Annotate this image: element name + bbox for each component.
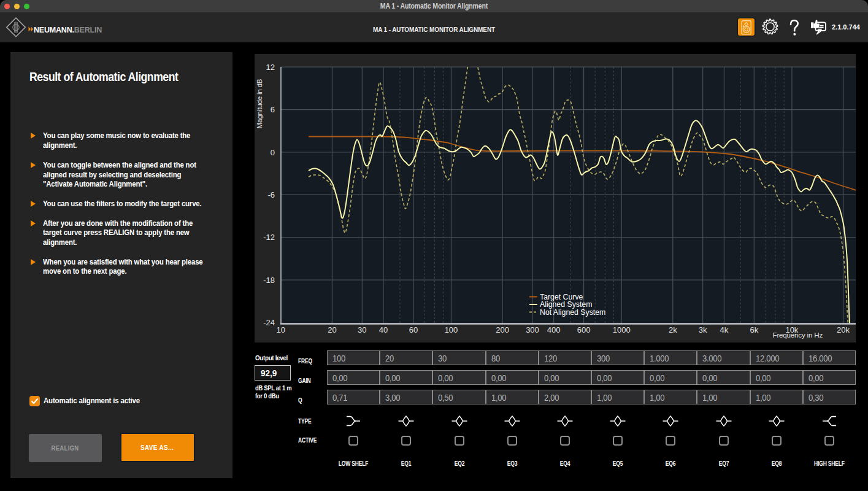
svg-text:400: 400 (547, 325, 561, 334)
svg-text:10: 10 (277, 325, 285, 334)
svg-text:4k: 4k (720, 325, 729, 334)
svg-text:600: 600 (577, 325, 591, 334)
svg-text:1000: 1000 (613, 325, 631, 334)
svg-text:-24: -24 (263, 318, 275, 327)
svg-text:0: 0 (271, 148, 275, 157)
svg-text:2k: 2k (669, 325, 677, 334)
svg-text:60: 60 (409, 325, 418, 334)
svg-text:Magnitude in dB: Magnitude in dB (255, 79, 263, 128)
svg-text:300: 300 (526, 325, 539, 334)
svg-text:3k: 3k (699, 325, 707, 334)
svg-text:6: 6 (271, 105, 275, 114)
svg-text:200: 200 (496, 325, 509, 334)
svg-text:100: 100 (445, 325, 458, 334)
svg-text:Not Aligned System: Not Aligned System (540, 308, 605, 317)
svg-text:30: 30 (358, 325, 366, 334)
svg-text:12: 12 (266, 63, 275, 72)
svg-text:6k: 6k (750, 325, 758, 334)
svg-text:40: 40 (379, 325, 388, 334)
svg-text:20k: 20k (837, 325, 850, 334)
svg-text:-6: -6 (267, 190, 275, 199)
svg-text:-18: -18 (263, 276, 275, 285)
svg-text:Frequency in Hz: Frequency in Hz (773, 331, 823, 339)
svg-text:-12: -12 (263, 233, 275, 242)
svg-text:20: 20 (328, 325, 336, 334)
